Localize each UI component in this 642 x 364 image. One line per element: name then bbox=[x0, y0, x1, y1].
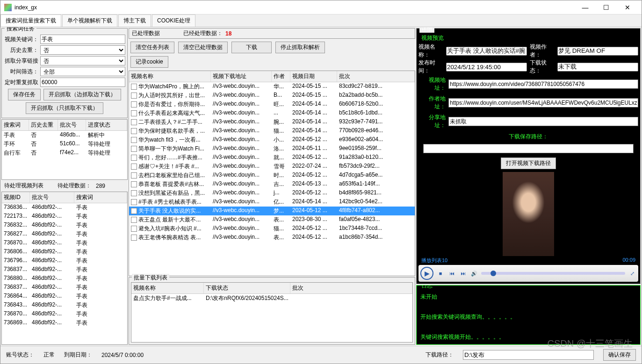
start-crawl-only-button[interactable]: 开启抓取（只抓取不下载） bbox=[26, 102, 103, 114]
next-icon[interactable]: ⏭ bbox=[459, 269, 467, 278]
table-row[interactable]: 736836...486dbf92-...手表 bbox=[2, 203, 127, 212]
table-row[interactable]: 表王老佛爷腕表精选 表...//v3-webc.douyin...表...202… bbox=[129, 233, 415, 242]
table-row[interactable]: 去档口老板家里给自己组...//v3-webc.douyin...时...202… bbox=[129, 171, 415, 180]
detail-author[interactable] bbox=[557, 47, 638, 56]
detail-authorurl[interactable] bbox=[448, 98, 638, 107]
path-label: 下载路径： bbox=[426, 351, 454, 359]
table-row[interactable]: 什么手表看起来高端大气...//v3-webc.douyin......2024… bbox=[129, 109, 415, 118]
table-row[interactable]: 华为Watch4Pro，腕上的...//v3-webc.douyin...华..… bbox=[129, 82, 415, 91]
table-row[interactable]: 736837...486dbf92-...手表 bbox=[2, 283, 127, 292]
pending-count-label: 待处理数据： bbox=[58, 182, 91, 190]
close-button[interactable]: ✕ bbox=[617, 1, 638, 14]
detail-status[interactable] bbox=[557, 63, 638, 71]
table-row[interactable]: 二手表很丢人？#二手手...//v3-webc.douyin...腕...202… bbox=[129, 118, 415, 127]
pending-table[interactable]: 视频ID 批次号 搜索词 736836...486dbf92-...手表7221… bbox=[1, 192, 128, 345]
search-task-title: 搜索词任务 bbox=[5, 27, 36, 33]
volume-icon[interactable]: 🔊 bbox=[470, 269, 478, 278]
table-row[interactable]: 736864...486dbf92-...手表 bbox=[2, 292, 127, 301]
log-content: 未开始 开始搜索关键词视频查询。。。。。。 关键词搜索视频开始。。。。。。 等待… bbox=[418, 290, 638, 345]
sharelink-label: 抓取分享链接 bbox=[4, 57, 38, 65]
table-row[interactable]: 736869...486dbf92-...手表 bbox=[2, 319, 127, 328]
tab-search-batch[interactable]: 搜索词批量搜索下载 bbox=[0, 14, 61, 27]
processed-title: 已处理数据 bbox=[132, 29, 160, 37]
account-status: 正常 bbox=[43, 351, 55, 359]
record-cookie-button[interactable]: 记录cookie bbox=[130, 56, 168, 68]
processed-table[interactable]: 视频名称 视频下载地址 作者 视频日期 批次 华为Watch4Pro，腕上的..… bbox=[129, 71, 415, 276]
playlist-label: 播放列表10 bbox=[421, 257, 447, 264]
preview-thumbnail bbox=[503, 172, 554, 256]
tab-blogger[interactable]: 博主下载 bbox=[118, 14, 151, 27]
maximize-button[interactable]: ☐ bbox=[596, 1, 617, 14]
detail-videourl[interactable] bbox=[448, 79, 638, 89]
minimize-button[interactable]: — bbox=[575, 1, 596, 14]
clear-task-button[interactable]: 清空任务列表 bbox=[130, 42, 174, 53]
table-row[interactable]: 手环否51c60...等待处理 bbox=[2, 140, 127, 149]
table-row[interactable]: 736832...486dbf92-...手表 bbox=[2, 221, 127, 230]
table-row[interactable]: 736870...486dbf92-...手表 bbox=[2, 239, 127, 248]
interval-input[interactable] bbox=[40, 78, 125, 87]
table-row[interactable]: 盘点实力歌手#一战成...D:\发布nRQfX6/20240515024S... bbox=[131, 294, 412, 303]
start-crawl-download-button[interactable]: 开启抓取（边抓取边下载） bbox=[43, 89, 121, 100]
tab-cookie[interactable]: COOKIE处理 bbox=[152, 14, 195, 27]
sharelink-select[interactable]: 否 bbox=[40, 56, 125, 65]
table-row[interactable]: 736843...486dbf92-...手表 bbox=[2, 301, 127, 310]
batch-download-table[interactable]: 视频名称 下载状态 批次 盘点实力歌手#一战成...D:\发布nRQfX6/20… bbox=[131, 282, 413, 343]
log-title: 日志 bbox=[419, 285, 434, 290]
table-row[interactable]: #手表 #男士机械表手表...//v3-webc.douyin...亿...20… bbox=[129, 198, 415, 207]
table-row[interactable]: 关于手表 没人敢说的实...//v3-webc.douyin...梦...202… bbox=[129, 207, 415, 215]
download-button[interactable]: 下载 bbox=[231, 42, 272, 53]
main-tabs: 搜索词批量搜索下载 单个视频解析下载 博主下载 COOKIE处理 bbox=[0, 14, 642, 27]
stop-button[interactable]: 停止抓取和解析 bbox=[275, 42, 325, 53]
table-row[interactable]: 华为watch fit3，一次看...//v3-webc.douyin...小.… bbox=[129, 136, 415, 144]
expand-icon[interactable]: ⤢ bbox=[628, 269, 636, 278]
table-row[interactable]: 感谢♡+关注！#手表 #...//v3-webc.douyin...雪哥2022… bbox=[129, 162, 415, 171]
table-row[interactable]: 表王盘点 最新十大最不...//v3-webc.douyin...表...202… bbox=[129, 215, 415, 224]
table-row[interactable]: 736796...486dbf92-...手表 bbox=[2, 257, 127, 265]
dedup-select[interactable]: 否 bbox=[40, 45, 125, 55]
save-task-button[interactable]: 保存任务 bbox=[8, 89, 41, 100]
detail-shareurl[interactable] bbox=[448, 117, 638, 126]
timefilter-label: 时间筛选： bbox=[4, 68, 38, 76]
table-row[interactable]: 华为保时捷联名款手表，...//v3-webc.douyin...猫...202… bbox=[129, 127, 415, 136]
expire-date: 2024/5/7 0:00:00 bbox=[101, 352, 144, 358]
tab-single-video[interactable]: 单个视频解析下载 bbox=[62, 14, 117, 27]
keyword-input[interactable] bbox=[40, 35, 125, 44]
expire-label: 到期日期： bbox=[64, 351, 92, 359]
table-row[interactable]: 哥们，您好……#手表推...//v3-webc.douyin...就...202… bbox=[129, 153, 415, 162]
app-icon bbox=[4, 4, 12, 11]
detail-name[interactable] bbox=[446, 47, 527, 56]
detail-time[interactable] bbox=[446, 63, 527, 71]
clear-data-button[interactable]: 清空已处理数据 bbox=[178, 42, 228, 53]
account-label: 账号状态： bbox=[6, 351, 34, 359]
play-button[interactable]: ▶ bbox=[420, 267, 433, 280]
open-path-button[interactable]: 打开视频下载路径 bbox=[501, 157, 556, 169]
task-table[interactable]: 搜索词 历史去重 批次号 进度状态 手表否486db...解析中手环否51c60… bbox=[1, 119, 128, 180]
download-path-input[interactable] bbox=[463, 350, 594, 360]
table-row[interactable]: 你是否有爱过，你所期待...//v3-webc.douyin...旺...202… bbox=[129, 100, 415, 109]
table-row[interactable]: 736880...486dbf92-...手表 bbox=[2, 274, 127, 283]
savepath-input[interactable] bbox=[423, 144, 634, 153]
confirm-save-button[interactable]: 确认保存 bbox=[603, 349, 636, 361]
table-row[interactable]: 恭喜老板 喜提爱表#吉林...//v3-webc.douyin...吉...20… bbox=[129, 180, 415, 189]
player-controls: ▶ ■ ⏮ ⏭ 🔊 ⤢ bbox=[418, 265, 638, 282]
seek-track[interactable] bbox=[481, 272, 625, 275]
table-row[interactable]: 自行车否f74e2...等待处理 bbox=[2, 149, 127, 157]
table-row[interactable]: 736806...486dbf92-...手表 bbox=[2, 248, 127, 257]
table-row[interactable]: 736870...486dbf92-...手表 bbox=[2, 310, 127, 319]
table-row[interactable]: 避免入坑#腕表小知识 #...//v3-webc.douyin...猫...20… bbox=[129, 224, 415, 233]
table-row[interactable]: 简单聊一下华为Watch Fi...//v3-webc.douyin...洛..… bbox=[129, 144, 415, 153]
table-row[interactable]: 没想到黑鲨还有新品，黑...//v3-webc.douyin...j...202… bbox=[129, 189, 415, 198]
keyword-label: 视频关键词： bbox=[4, 36, 38, 43]
timefilter-select[interactable]: 全部 bbox=[40, 67, 125, 76]
prev-icon[interactable]: ⏮ bbox=[447, 269, 456, 278]
table-row[interactable]: 736827...486dbf92-...手表 bbox=[2, 230, 127, 239]
processed-count-label: 已经处理数据： bbox=[183, 29, 223, 37]
table-row[interactable]: 为人适时投其所好，出世...//v3-webc.douyin...B...202… bbox=[129, 91, 415, 100]
table-row[interactable]: 手表否486db...解析中 bbox=[2, 131, 127, 140]
video-preview bbox=[418, 172, 638, 256]
table-row[interactable]: 736837...486dbf92-...手表 bbox=[2, 265, 127, 274]
table-row[interactable]: 722173...486dbf92-...手表 bbox=[2, 212, 127, 221]
pending-count: 289 bbox=[96, 183, 105, 189]
stop-icon[interactable]: ■ bbox=[436, 269, 445, 278]
dedup-label: 历史去重： bbox=[4, 46, 38, 54]
